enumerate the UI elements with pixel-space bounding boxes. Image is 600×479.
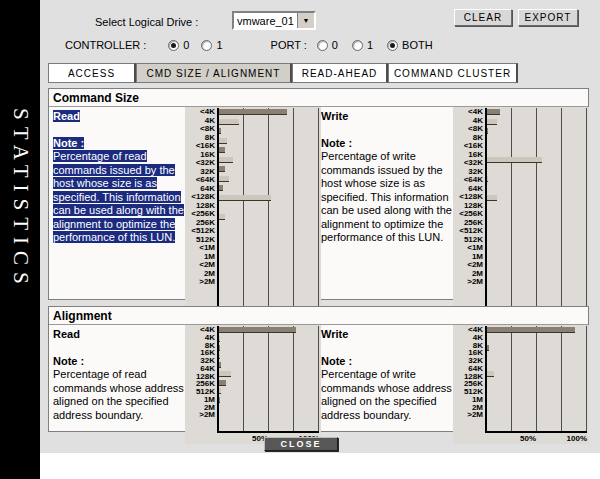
- bar-row: [219, 185, 319, 194]
- command-size-panel: Command Size Read Note : Percentage of r…: [48, 88, 589, 300]
- bar-row: [219, 223, 319, 232]
- bar-row: [487, 214, 587, 223]
- bar-row: [487, 195, 587, 204]
- bar-row: [487, 128, 587, 137]
- bar-16K: [487, 157, 542, 163]
- bar-row: [487, 233, 587, 242]
- bar-64K: [487, 371, 494, 377]
- note-label: Note :: [321, 137, 352, 149]
- chart-plot-area: [217, 108, 319, 310]
- tab-command-cluster[interactable]: COMMAND CLUSTER: [388, 63, 518, 83]
- bar-row: [219, 195, 319, 204]
- y-axis-label: >2M: [453, 278, 485, 287]
- bar-64K: [219, 371, 231, 377]
- controller-0-label: 0: [183, 39, 189, 51]
- bar-32K: [219, 362, 221, 368]
- logical-drive-dropdown[interactable]: vmware_01 ▼: [232, 11, 316, 30]
- bar-row: [487, 336, 587, 344]
- controller-1-label: 1: [216, 39, 222, 51]
- command-size-body: Read Note : Percentage of read commands …: [49, 107, 588, 297]
- export-button[interactable]: EXPORT: [518, 9, 578, 26]
- bar-<8K: [219, 128, 221, 134]
- bar-16K: [219, 157, 233, 163]
- command-size-write-note: Write Note : Percentage of write command…: [321, 110, 455, 245]
- bar-128K: [219, 380, 226, 386]
- alignment-panel: Alignment Read Note : Percentage of read…: [48, 306, 589, 432]
- bar-4K: [219, 336, 220, 342]
- bar-row: [219, 242, 319, 251]
- write-heading: Write: [321, 328, 348, 340]
- bar-8K: [487, 345, 489, 351]
- bar-row: [219, 261, 319, 270]
- bar-row: [219, 371, 319, 379]
- tab-access[interactable]: ACCESS: [48, 63, 136, 83]
- port-0-radio[interactable]: [317, 40, 328, 51]
- bar-row: [219, 176, 319, 185]
- note-label: Note :: [321, 355, 352, 367]
- controller-0-radio[interactable]: [168, 40, 179, 51]
- note-label: Note :: [53, 137, 84, 149]
- bar-row: [219, 271, 319, 280]
- bar-row: [219, 214, 319, 223]
- bar-row: [219, 415, 319, 423]
- bar-row: [487, 166, 587, 175]
- bar-<4K: [219, 109, 287, 115]
- command-size-read-chart: <4K4K<8K8K<16K16K<32K32K<64K64K<128K128K…: [185, 107, 321, 321]
- bar-row: [487, 185, 587, 194]
- command-size-write-chart: <4K4K<8K8K<16K16K<32K32K<64K64K<128K128K…: [453, 107, 589, 321]
- bar-row: [487, 423, 587, 431]
- bar-row: [487, 157, 587, 166]
- bar-row: [487, 397, 587, 405]
- bar-8K: [219, 138, 227, 144]
- bar-row: [487, 380, 587, 388]
- bar-row: [487, 271, 587, 280]
- chevron-down-icon[interactable]: ▼: [297, 13, 314, 28]
- bar-<32K: [219, 166, 225, 172]
- note-text: Percentage of write commands issued by t…: [321, 150, 452, 243]
- bar-row: [487, 109, 587, 118]
- bar-<64K: [219, 185, 223, 191]
- chart-plot-area: [485, 108, 587, 310]
- bar-row: [487, 119, 587, 128]
- port-0-label: 0: [332, 39, 338, 51]
- tab-read-ahead[interactable]: READ-AHEAD: [292, 63, 388, 83]
- bar-row: [219, 388, 319, 396]
- bar-32K: [487, 176, 488, 182]
- bar-row: [487, 415, 587, 423]
- y-axis-label: >2M: [185, 411, 217, 419]
- bar-row: [219, 336, 319, 344]
- bar-row: [219, 233, 319, 242]
- controller-1-radio[interactable]: [201, 40, 212, 51]
- bar-<16K: [219, 147, 225, 153]
- alignment-body: Read Note : Percentage of read commands …: [49, 325, 588, 429]
- write-heading: Write: [321, 110, 348, 122]
- command-size-title: Command Size: [49, 89, 588, 107]
- bar-row: [219, 252, 319, 261]
- y-axis-label: >2M: [453, 411, 485, 419]
- logical-drive-value: vmware_01: [234, 15, 297, 27]
- tab-cmd-size-alignment[interactable]: CMD SIZE / ALIGNMENT: [136, 63, 292, 83]
- alignment-title: Alignment: [49, 307, 588, 325]
- close-button[interactable]: CLOSE: [264, 437, 338, 451]
- bar-row: [219, 290, 319, 299]
- controller-label: CONTROLLER :: [65, 39, 146, 51]
- bar-row: [219, 327, 319, 335]
- tab-bar: ACCESS CMD SIZE / ALIGNMENT READ-AHEAD C…: [48, 63, 518, 83]
- note-text: Percentage of write commands whose addre…: [321, 368, 452, 421]
- bar-16K: [219, 353, 220, 359]
- port-both-radio[interactable]: [387, 40, 398, 51]
- bar-4K: [487, 119, 497, 125]
- x-axis-tick: 50%: [520, 434, 536, 443]
- alignment-write-note: Write Note : Percentage of write command…: [321, 328, 455, 422]
- bar-8K: [219, 345, 220, 351]
- bar-128K: [219, 214, 225, 220]
- bar-row: [219, 406, 319, 414]
- bar-row: [219, 397, 319, 405]
- bar-row: [487, 223, 587, 232]
- read-heading: Read: [53, 110, 80, 122]
- bar-512K: [219, 397, 220, 403]
- port-1-radio[interactable]: [352, 40, 363, 51]
- bar-row: [487, 242, 587, 251]
- clear-button[interactable]: CLEAR: [454, 9, 512, 26]
- bar-<4K: [487, 327, 575, 333]
